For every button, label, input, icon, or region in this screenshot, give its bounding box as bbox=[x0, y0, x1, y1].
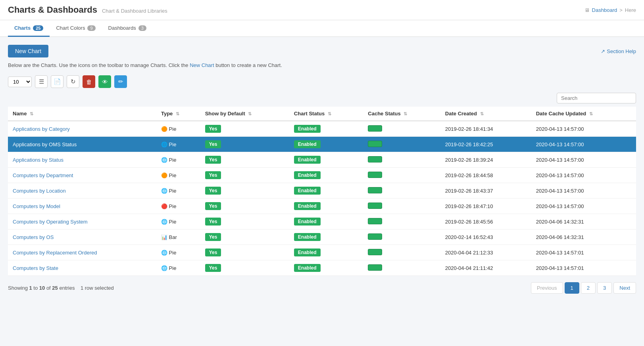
table-row[interactable]: Computers by Model 🔴 Pie Yes Enabled 201… bbox=[8, 199, 636, 214]
cell-date-created: 2019-02-26 18:42:25 bbox=[440, 137, 531, 152]
cell-date-cache-updated: 2020-04-06 14:32:31 bbox=[531, 229, 636, 245]
cell-name[interactable]: Computers by Department bbox=[8, 168, 156, 183]
tab-charts-badge: 25 bbox=[33, 25, 43, 31]
cell-name[interactable]: Applications by Category bbox=[8, 121, 156, 137]
cell-type: 🌐 Pie bbox=[156, 245, 200, 260]
list-view-button[interactable]: ☰ bbox=[35, 75, 48, 88]
charts-table: Name ⇅ Type ⇅ Show by Default ⇅ Chart St… bbox=[8, 107, 636, 276]
cell-show-default: Yes bbox=[200, 199, 289, 214]
table-row[interactable]: Computers by Replacement Ordered 🌐 Pie Y… bbox=[8, 245, 636, 260]
table-header-row: Name ⇅ Type ⇅ Show by Default ⇅ Chart St… bbox=[8, 107, 636, 121]
page-3-button[interactable]: 3 bbox=[597, 282, 612, 294]
cell-date-created: 2020-04-04 21:11:42 bbox=[440, 260, 531, 276]
cell-date-cache-updated: 2020-04-13 14:57:01 bbox=[531, 260, 636, 276]
cell-chart-status: Enabled bbox=[289, 214, 363, 229]
per-page-select[interactable]: 10 25 50 100 bbox=[8, 76, 32, 87]
cell-date-cache-updated: 2020-04-13 14:57:00 bbox=[531, 152, 636, 168]
cell-cache-status bbox=[363, 214, 440, 229]
previous-button[interactable]: Previous bbox=[531, 282, 563, 294]
col-name[interactable]: Name ⇅ bbox=[8, 107, 156, 121]
export-button[interactable]: 📄 bbox=[51, 75, 63, 88]
cache-sort-icon: ⇅ bbox=[404, 111, 407, 116]
cell-cache-status bbox=[363, 183, 440, 199]
cell-type: 🌐 Pie bbox=[156, 214, 200, 229]
col-cache-status[interactable]: Cache Status ⇅ bbox=[363, 107, 440, 121]
next-button[interactable]: Next bbox=[613, 282, 636, 294]
view-button[interactable]: 👁 bbox=[98, 75, 111, 88]
cell-name[interactable]: Computers by Operating System bbox=[8, 214, 156, 229]
cell-cache-status bbox=[363, 152, 440, 168]
tab-dashboards[interactable]: Dashboards 3 bbox=[102, 20, 153, 37]
showing-text: Showing 1 to 10 of 25 entries 1 row sele… bbox=[8, 285, 114, 291]
cell-type: 🌐 Pie bbox=[156, 137, 200, 152]
description-prefix: Below are the Charts. Use the icons on t… bbox=[8, 62, 190, 68]
page-1-button[interactable]: 1 bbox=[565, 282, 579, 294]
table-row[interactable]: Computers by OS 📊 Bar Yes Enabled 2020-0… bbox=[8, 229, 636, 245]
cell-date-created: 2019-02-26 18:39:24 bbox=[440, 152, 531, 168]
cell-show-default: Yes bbox=[200, 152, 289, 168]
cell-chart-status: Enabled bbox=[289, 260, 363, 276]
cell-name[interactable]: Computers by Model bbox=[8, 199, 156, 214]
cell-name[interactable]: Computers by Location bbox=[8, 183, 156, 199]
cell-cache-status bbox=[363, 137, 440, 152]
col-type[interactable]: Type ⇅ bbox=[156, 107, 200, 121]
breadcrumb: 🖥 Dashboard > Here bbox=[584, 7, 636, 13]
cell-cache-status bbox=[363, 168, 440, 183]
cell-show-default: Yes bbox=[200, 137, 289, 152]
new-chart-button[interactable]: New Chart bbox=[8, 45, 48, 57]
cell-date-created: 2020-04-04 21:12:33 bbox=[440, 245, 531, 260]
cell-show-default: Yes bbox=[200, 229, 289, 245]
cell-name[interactable]: Computers by Replacement Ordered bbox=[8, 245, 156, 260]
edit-button[interactable]: ✏ bbox=[114, 75, 127, 88]
refresh-button[interactable]: ↻ bbox=[67, 75, 79, 88]
status-sort-icon: ⇅ bbox=[328, 111, 331, 116]
cell-type: 🔴 Pie bbox=[156, 199, 200, 214]
section-help-link[interactable]: ↗ Section Help bbox=[601, 48, 636, 54]
table-row[interactable]: Applications by Status 🌐 Pie Yes Enabled… bbox=[8, 152, 636, 168]
tab-charts[interactable]: Charts 25 bbox=[8, 20, 50, 37]
cell-name[interactable]: Computers by OS bbox=[8, 229, 156, 245]
name-sort-icon: ⇅ bbox=[30, 111, 33, 116]
footer-row: Showing 1 to 10 of 25 entries 1 row sele… bbox=[8, 282, 636, 294]
breadcrumb-here: Here bbox=[625, 7, 636, 13]
cell-type: 🌐 Pie bbox=[156, 260, 200, 276]
search-input[interactable] bbox=[557, 93, 636, 103]
tab-chart-colors[interactable]: Chart Colors 9 bbox=[50, 20, 102, 37]
tabs-bar: Charts 25 Chart Colors 9 Dashboards 3 bbox=[0, 20, 644, 37]
page-title: Charts & Dashboards bbox=[8, 5, 97, 15]
delete-button[interactable]: 🗑 bbox=[83, 75, 95, 88]
col-show-by-default[interactable]: Show by Default ⇅ bbox=[200, 107, 289, 121]
col-date-created[interactable]: Date Created ⇅ bbox=[440, 107, 531, 121]
table-row[interactable]: Applications by OMS Status 🌐 Pie Yes Ena… bbox=[8, 137, 636, 152]
cell-chart-status: Enabled bbox=[289, 245, 363, 260]
breadcrumb-dashboard[interactable]: Dashboard bbox=[592, 7, 617, 13]
table-row[interactable]: Applications by Category 🟠 Pie Yes Enabl… bbox=[8, 121, 636, 137]
page-subtitle: Chart & Dashboard Libraries bbox=[102, 8, 167, 14]
cell-cache-status bbox=[363, 260, 440, 276]
cell-name[interactable]: Computers by State bbox=[8, 260, 156, 276]
main-content: New Chart ↗ Section Help Below are the C… bbox=[0, 37, 644, 302]
description-suffix: button to create a new Chart. bbox=[215, 62, 282, 68]
cell-date-cache-updated: 2020-04-13 14:57:00 bbox=[531, 137, 636, 152]
cell-cache-status bbox=[363, 121, 440, 137]
tab-dashboards-badge: 3 bbox=[138, 25, 146, 31]
table-row[interactable]: Computers by State 🌐 Pie Yes Enabled 202… bbox=[8, 260, 636, 276]
cell-date-created: 2019-02-26 18:44:58 bbox=[440, 168, 531, 183]
description-link[interactable]: New Chart bbox=[190, 62, 214, 68]
cell-name[interactable]: Applications by Status bbox=[8, 152, 156, 168]
table-row[interactable]: Computers by Department 🟠 Pie Yes Enable… bbox=[8, 168, 636, 183]
cell-type: 🟠 Pie bbox=[156, 121, 200, 137]
cell-chart-status: Enabled bbox=[289, 168, 363, 183]
cell-cache-status bbox=[363, 245, 440, 260]
tab-chart-colors-label: Chart Colors bbox=[56, 25, 85, 31]
table-row[interactable]: Computers by Operating System 🌐 Pie Yes … bbox=[8, 214, 636, 229]
col-chart-status[interactable]: Chart Status ⇅ bbox=[289, 107, 363, 121]
dashboard-icon: 🖥 bbox=[584, 7, 590, 13]
cell-date-cache-updated: 2020-04-13 14:57:00 bbox=[531, 168, 636, 183]
cell-date-cache-updated: 2020-04-13 14:57:00 bbox=[531, 121, 636, 137]
table-row[interactable]: Computers by Location 🌐 Pie Yes Enabled … bbox=[8, 183, 636, 199]
page-2-button[interactable]: 2 bbox=[581, 282, 596, 294]
cell-show-default: Yes bbox=[200, 168, 289, 183]
col-date-cache-updated[interactable]: Date Cache Updated ⇅ bbox=[531, 107, 636, 121]
cell-name[interactable]: Applications by OMS Status bbox=[8, 137, 156, 152]
